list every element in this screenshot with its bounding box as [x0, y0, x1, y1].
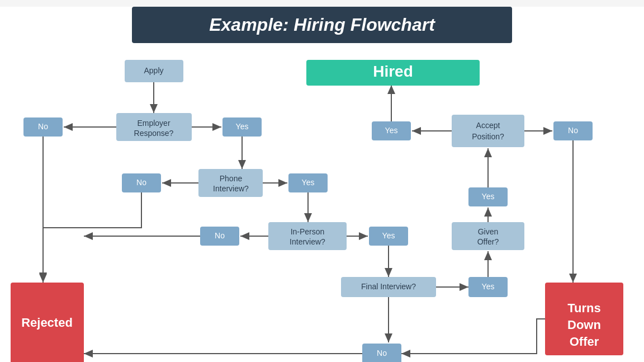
rejected-label: Rejected [21, 316, 73, 330]
given-offer-label1: Given [478, 227, 499, 236]
accept-label1: Accept [476, 121, 500, 130]
employer-response-label1: Employer [137, 119, 170, 128]
apply-label: Apply [144, 66, 163, 75]
inperson-label1: In-Person [291, 227, 325, 236]
arrow-no2-rejected [43, 192, 141, 283]
no4-label: No [377, 349, 387, 358]
phone-interview-label1: Phone [220, 174, 243, 183]
accept-position-node [452, 115, 524, 147]
final-interview-label: Final Interview? [361, 282, 416, 291]
inperson-label2: Interview? [290, 237, 325, 246]
yes3-label: Yes [382, 231, 395, 240]
no3-label: No [215, 231, 225, 240]
flowchart-svg: Apply Employer Response? No Yes Phone In… [0, 49, 644, 362]
turns-down-label1: Turns [567, 301, 600, 315]
no1-label: No [38, 122, 48, 131]
no2-label: No [136, 178, 146, 187]
employer-response-label2: Response? [134, 129, 174, 138]
turns-down-label2: Down [567, 318, 601, 332]
yes5-label: Yes [482, 192, 495, 201]
arrow-turnsdown-no4 [401, 319, 545, 354]
main-container: Example: Hiring Flowchart Apply Employer… [0, 7, 644, 362]
no5-label: No [568, 126, 578, 135]
given-offer-label2: Offer? [477, 237, 499, 246]
turns-down-label3: Offer [570, 335, 599, 349]
hired-label: Hired [373, 63, 413, 80]
page-title: Example: Hiring Flowchart [132, 7, 512, 43]
yes2-label: Yes [302, 178, 315, 187]
accept-label2: Position? [472, 132, 504, 141]
yes4-label: Yes [482, 282, 495, 291]
yes1-label: Yes [236, 122, 249, 131]
phone-interview-label2: Interview? [213, 184, 249, 193]
yes6-label: Yes [385, 126, 398, 135]
